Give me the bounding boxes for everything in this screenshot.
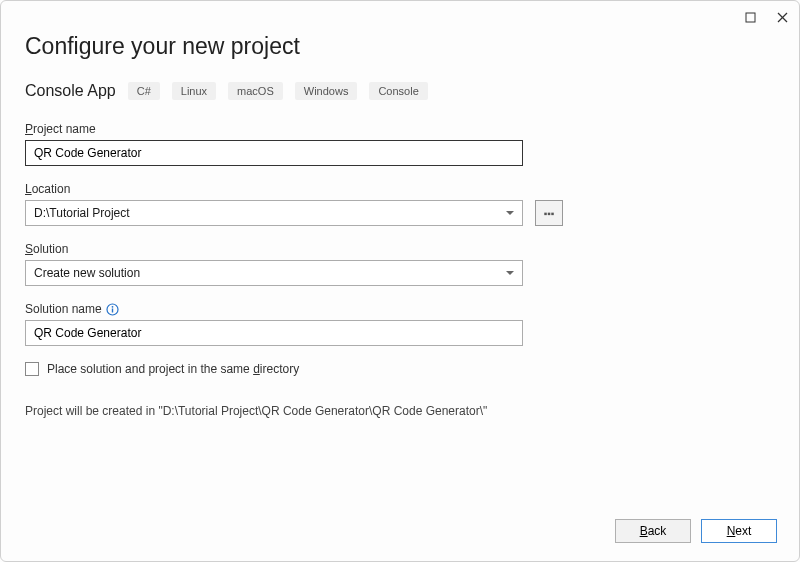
template-tag: Console [369,82,427,100]
browse-button[interactable]: ▪▪▪ [535,200,563,226]
location-combobox[interactable]: D:\Tutorial Project [25,200,523,226]
template-tag: Windows [295,82,358,100]
svg-rect-0 [746,13,755,22]
page-title: Configure your new project [25,33,775,60]
footer-buttons: Back Next [615,519,777,543]
solution-name-label: Solution name [25,302,775,316]
svg-rect-5 [112,308,113,312]
project-name-label: Project name [25,122,775,136]
template-tag: Linux [172,82,216,100]
location-value: D:\Tutorial Project [34,206,130,220]
solution-value: Create new solution [34,266,140,280]
dialog-window: Configure your new project Console App C… [0,0,800,562]
creation-path-info: Project will be created in "D:\Tutorial … [25,404,775,418]
chevron-down-icon [506,271,514,275]
back-button[interactable]: Back [615,519,691,543]
content-area: Configure your new project Console App C… [1,33,799,561]
solution-name-field: Solution name [25,302,775,346]
same-directory-checkbox[interactable] [25,362,39,376]
close-icon [777,12,788,23]
project-name-field: Project name [25,122,775,166]
solution-combobox[interactable]: Create new solution [25,260,523,286]
template-name: Console App [25,82,116,100]
template-tag: C# [128,82,160,100]
titlebar [1,1,799,33]
same-directory-label: Place solution and project in the same d… [47,362,299,376]
same-directory-row: Place solution and project in the same d… [25,362,775,376]
svg-point-4 [111,305,113,307]
next-button[interactable]: Next [701,519,777,543]
solution-label: Solution [25,242,775,256]
location-field: Location D:\Tutorial Project ▪▪▪ [25,182,775,226]
ellipsis-icon: ▪▪▪ [544,208,555,219]
project-name-input[interactable] [25,140,523,166]
maximize-button[interactable] [741,8,759,26]
solution-name-input[interactable] [25,320,523,346]
solution-field: Solution Create new solution [25,242,775,286]
chevron-down-icon [506,211,514,215]
close-button[interactable] [773,8,791,26]
template-tag: macOS [228,82,283,100]
template-row: Console App C# Linux macOS Windows Conso… [25,82,775,100]
info-icon[interactable] [106,303,119,316]
location-label: Location [25,182,775,196]
maximize-icon [745,12,756,23]
